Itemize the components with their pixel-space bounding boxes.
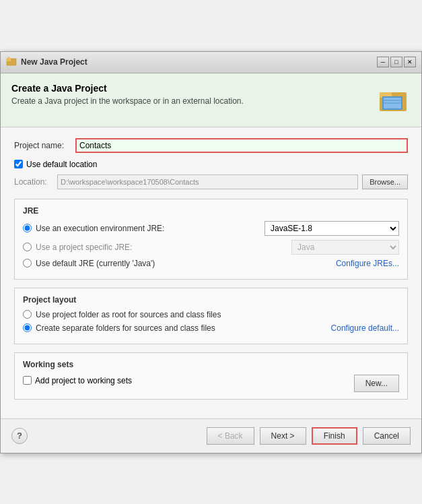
jre-default-radio[interactable] <box>23 259 32 267</box>
window-title: New Java Project <box>21 57 373 67</box>
location-section: Use default location Location: Browse... <box>14 160 408 189</box>
next-button[interactable]: Next > <box>260 427 306 445</box>
configure-jres-link[interactable]: Configure JREs... <box>336 259 399 268</box>
working-sets-section: Working sets Add project to working sets… <box>14 352 408 400</box>
layout-project-root-label: Use project folder as root for sources a… <box>36 310 399 319</box>
jre-option2-row: Use a project specific JRE: Java <box>23 240 399 255</box>
jre-section-title: JRE <box>23 206 399 216</box>
project-name-label: Project name: <box>14 141 71 150</box>
footer-right-buttons: < Back Next > Finish Cancel <box>207 427 411 445</box>
use-default-location-checkbox[interactable] <box>14 160 23 168</box>
browse-button[interactable]: Browse... <box>362 175 408 189</box>
help-button[interactable]: ? <box>11 428 28 444</box>
header-subtitle: Create a Java project in the workspace o… <box>11 96 244 106</box>
cancel-button[interactable]: Cancel <box>363 427 411 445</box>
window-controls: ─ □ ✕ <box>377 57 416 67</box>
jre-section: JRE Use an execution environment JRE: Ja… <box>14 199 408 280</box>
add-to-working-sets-checkbox[interactable] <box>23 376 32 385</box>
main-window: New Java Project ─ □ ✕ Create a Java Pro… <box>0 51 422 453</box>
layout-option2-row: Create separate folders for sources and … <box>23 323 399 333</box>
use-default-location-label: Use default location <box>26 160 97 169</box>
jre-default-label: Use default JRE (currently 'Java') <box>36 259 155 268</box>
maximize-button[interactable]: □ <box>390 57 402 67</box>
header-icon <box>378 83 411 117</box>
back-button[interactable]: < Back <box>207 427 254 445</box>
working-sets-checkbox-row: Add project to working sets <box>23 376 132 385</box>
close-button[interactable]: ✕ <box>404 57 416 67</box>
header-title: Create a Java Project <box>11 83 244 94</box>
jre-option3-row: Use default JRE (currently 'Java') Confi… <box>23 259 399 268</box>
jre-execution-env-radio[interactable] <box>23 224 32 232</box>
working-sets-new-button[interactable]: New... <box>354 375 399 392</box>
minimize-button[interactable]: ─ <box>377 57 389 67</box>
content-area: Project name: Use default location Locat… <box>1 127 421 418</box>
jre-option1-row: Use an execution environment JRE: JavaSE… <box>23 221 399 236</box>
jre-project-specific-label: Use a project specific JRE: <box>36 243 287 252</box>
svg-marker-2 <box>7 57 11 59</box>
project-layout-section: Project layout Use project folder as roo… <box>14 288 408 344</box>
project-name-row: Project name: <box>14 138 408 153</box>
use-default-location-row: Use default location <box>14 160 408 169</box>
location-label: Location: <box>14 177 53 187</box>
configure-default-link[interactable]: Configure default... <box>331 323 399 333</box>
location-row: Location: Browse... <box>14 175 408 189</box>
project-layout-title: Project layout <box>23 295 399 305</box>
jre-specific-dropdown[interactable]: Java <box>291 240 399 255</box>
add-to-working-sets-label: Add project to working sets <box>35 376 132 385</box>
jre-execution-env-label: Use an execution environment JRE: <box>36 224 260 233</box>
layout-project-root-radio[interactable] <box>23 310 32 319</box>
jre-dropdown[interactable]: JavaSE-1.8 <box>265 221 399 236</box>
working-sets-title: Working sets <box>23 360 399 369</box>
header-text: Create a Java Project Create a Java proj… <box>11 83 244 106</box>
layout-separate-folders-radio[interactable] <box>23 323 32 332</box>
project-name-input[interactable] <box>75 138 408 153</box>
header-section: Create a Java Project Create a Java proj… <box>1 73 421 127</box>
location-input[interactable] <box>57 175 358 189</box>
footer-buttons: ? < Back Next > Finish Cancel <box>1 418 421 453</box>
title-bar: New Java Project ─ □ ✕ <box>1 52 421 73</box>
layout-option1-row: Use project folder as root for sources a… <box>23 310 399 319</box>
jre-project-specific-radio[interactable] <box>23 243 32 251</box>
window-icon <box>6 56 17 69</box>
layout-separate-folders-label: Create separate folders for sources and … <box>36 323 215 333</box>
svg-rect-1 <box>7 59 11 61</box>
finish-button[interactable]: Finish <box>312 427 357 445</box>
